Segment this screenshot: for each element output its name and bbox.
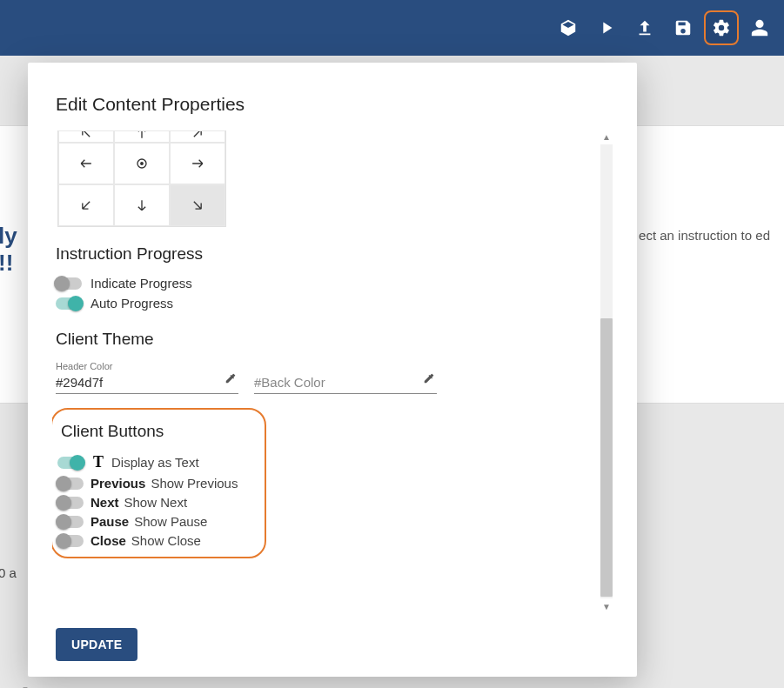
text-icon: T: [90, 453, 106, 471]
dir-right[interactable]: [170, 143, 225, 184]
toggle-label: Indicate Progress: [90, 276, 192, 291]
bg-bottom-stub: 0 a: [0, 565, 17, 580]
dir-up-left[interactable]: [58, 130, 114, 143]
cb-next-row: Next Show Next: [57, 495, 252, 510]
package-icon[interactable]: [551, 10, 586, 45]
settings-icon[interactable]: [704, 10, 739, 45]
cb-name: Next: [90, 495, 119, 510]
direction-grid: [57, 130, 226, 227]
cb-display-as-text-row: T Display as Text: [57, 453, 252, 471]
theme-fields: Header Color #294d7f #Back Color: [56, 361, 595, 394]
cb-name: Close: [90, 533, 126, 548]
client-buttons-section: Client Buttons T Display as Text Previou…: [52, 408, 266, 558]
dir-up-right[interactable]: [170, 130, 225, 143]
modal-title: Edit Content Properties: [52, 94, 613, 115]
cb-label: Show Pause: [134, 514, 207, 529]
toggle-auto-progress-row: Auto Progress: [56, 296, 595, 311]
dir-left[interactable]: [58, 143, 114, 184]
dir-down[interactable]: [114, 184, 170, 226]
bg-title-stub: ly !!: [0, 223, 17, 277]
scrollbar-thumb[interactable]: [600, 318, 613, 597]
cb-label: Show Next: [124, 495, 188, 510]
toggle-show-next[interactable]: [57, 497, 84, 509]
cb-name: Pause: [90, 514, 129, 529]
bg-hint-text: ect an instruction to ed: [639, 228, 770, 243]
section-instruction-progress-title: Instruction Progress: [56, 244, 595, 264]
save-icon[interactable]: [666, 10, 700, 45]
eyedropper-icon[interactable]: [423, 372, 435, 388]
header-color-field[interactable]: Header Color #294d7f: [56, 361, 238, 394]
cb-pause-row: Pause Show Pause: [57, 514, 252, 529]
modal-scroll-area: Instruction Progress Indicate Progress A…: [52, 130, 613, 612]
section-client-theme-title: Client Theme: [56, 330, 595, 349]
toggle-indicate-progress[interactable]: [56, 277, 82, 290]
field-label: Header Color: [56, 361, 112, 371]
dir-center[interactable]: [114, 143, 170, 184]
play-icon[interactable]: [589, 10, 624, 45]
back-color-field[interactable]: #Back Color: [254, 361, 437, 394]
scroll-up-icon[interactable]: ▲: [600, 130, 613, 143]
upload-icon[interactable]: [627, 10, 662, 45]
toggle-show-pause[interactable]: [57, 516, 84, 528]
dir-down-right[interactable]: [170, 184, 225, 226]
field-value: #294d7f: [56, 375, 214, 390]
toggle-display-as-text[interactable]: [57, 457, 84, 469]
toggle-auto-progress[interactable]: [56, 297, 82, 310]
scrollbar-track[interactable]: [600, 144, 613, 598]
dir-up[interactable]: [114, 130, 170, 143]
svg-point-1: [141, 163, 144, 165]
edit-content-modal: Edit Content Properties Instruction Prog…: [28, 63, 637, 677]
cb-previous-row: Previous Show Previous: [57, 476, 252, 491]
cb-label: Show Close: [131, 533, 201, 548]
user-icon[interactable]: [742, 10, 777, 45]
cb-close-row: Close Show Close: [57, 533, 252, 548]
top-bar: [0, 0, 784, 56]
cb-name: Previous: [90, 476, 145, 491]
modal-footer: UPDATE: [52, 612, 613, 661]
cb-label: Display as Text: [111, 455, 199, 470]
toggle-show-previous[interactable]: [57, 478, 84, 490]
scroll-down-icon[interactable]: ▼: [600, 600, 613, 612]
toggle-label: Auto Progress: [90, 296, 173, 311]
cb-label: Show Previous: [151, 476, 238, 491]
dir-down-left[interactable]: [58, 184, 114, 226]
eyedropper-icon[interactable]: [224, 372, 237, 388]
toggle-show-close[interactable]: [57, 535, 84, 547]
toggle-indicate-progress-row: Indicate Progress: [56, 276, 595, 291]
scrollbar[interactable]: ▲ ▼: [600, 130, 613, 612]
update-button[interactable]: UPDATE: [56, 628, 137, 661]
field-placeholder: #Back Color: [254, 375, 412, 390]
section-client-buttons-title: Client Buttons: [61, 422, 252, 441]
